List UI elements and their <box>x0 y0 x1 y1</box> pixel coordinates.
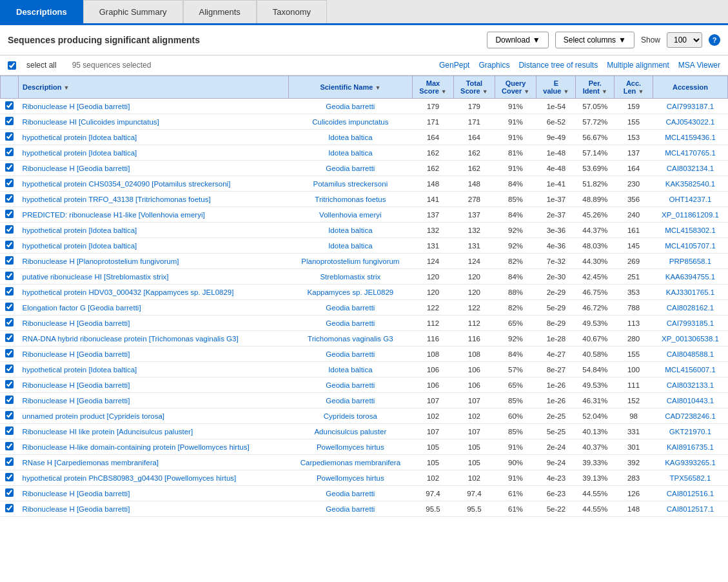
scientific-name-link[interactable]: Idotea baltica <box>328 242 372 250</box>
description-link[interactable]: Ribonuclease H [Planoprotostelium fungiv… <box>23 257 179 265</box>
accession-link[interactable]: GKT21970.1 <box>669 428 711 436</box>
row-checkbox[interactable] <box>5 488 14 497</box>
row-checkbox[interactable] <box>5 256 14 265</box>
row-checkbox[interactable] <box>5 380 14 388</box>
row-checkbox[interactable] <box>5 210 14 218</box>
scientific-name-link[interactable]: Geodia barretti <box>326 165 375 172</box>
scientific-name-col-header[interactable]: Scientific Name ▼ <box>288 76 412 99</box>
help-icon[interactable]: ? <box>709 34 720 46</box>
scientific-name-link[interactable]: Powellomyces hirtus <box>317 474 384 482</box>
description-link[interactable]: Ribonuclease HI like protein [Aduncisulc… <box>23 428 193 436</box>
description-link[interactable]: hypothetical protein TRFO_43138 [Tritric… <box>23 196 211 203</box>
row-checkbox[interactable] <box>5 117 14 125</box>
row-checkbox[interactable] <box>5 303 14 311</box>
graphics-link[interactable]: Graphics <box>478 61 509 70</box>
scientific-name-link[interactable]: Geodia barretti <box>326 319 375 327</box>
row-checkbox[interactable] <box>5 457 14 466</box>
scientific-name-link[interactable]: Geodia barretti <box>326 505 375 513</box>
description-link[interactable]: hypothetical protein PhCBS80983_g04430 [… <box>23 474 237 482</box>
description-link[interactable]: Ribonuclease H [Geodia barretti] <box>23 319 130 327</box>
genpept-link[interactable]: GenPept <box>439 61 469 70</box>
tab-graphic-summary[interactable]: Graphic Summary <box>83 0 183 23</box>
description-link[interactable]: hypothetical protein [Idotea baltica] <box>23 149 137 157</box>
description-col-header[interactable]: Description ▼ <box>19 76 289 99</box>
accession-link[interactable]: CAI8032134.1 <box>667 165 714 172</box>
description-link[interactable]: Ribonuclease H [Geodia barretti] <box>23 103 130 110</box>
total-score-col-header[interactable]: TotalScore ▼ <box>453 76 495 99</box>
scientific-name-link[interactable]: Idotea baltica <box>328 226 372 234</box>
multiple-alignment-link[interactable]: Multiple alignment <box>607 61 669 70</box>
accession-link[interactable]: KAJ3301765.1 <box>666 288 714 296</box>
tab-alignments[interactable]: Alignments <box>183 0 257 23</box>
accession-link[interactable]: OHT14237.1 <box>669 196 712 203</box>
row-checkbox[interactable] <box>5 349 14 357</box>
accession-link[interactable]: KAA6394755.1 <box>665 273 715 281</box>
scientific-name-link[interactable]: Vollenhovia emeryi <box>319 211 382 219</box>
scientific-name-link[interactable]: Trichomonas vaginalis G3 <box>308 335 393 343</box>
accession-link[interactable]: CAD7238246.1 <box>665 412 716 420</box>
row-checkbox[interactable] <box>5 334 14 342</box>
row-checkbox[interactable] <box>5 132 14 141</box>
select-all-checkbox[interactable] <box>8 61 16 70</box>
select-columns-button[interactable]: Select columns ▼ <box>555 32 635 48</box>
msa-viewer-link[interactable]: MSA Viewer <box>678 61 720 70</box>
row-checkbox[interactable] <box>5 241 14 249</box>
row-checkbox[interactable] <box>5 101 14 110</box>
scientific-name-link[interactable]: Powellomyces hirtus <box>317 443 384 451</box>
scientific-name-link[interactable]: Geodia barretti <box>326 490 375 497</box>
accession-link[interactable]: KAK3582540.1 <box>665 180 715 188</box>
row-checkbox[interactable] <box>5 163 14 172</box>
scientific-name-link[interactable]: Geodia barretti <box>326 103 375 110</box>
description-link[interactable]: hypothetical protein HDV03_000432 [Kappa… <box>23 288 234 296</box>
scientific-name-link[interactable]: Kappamyces sp. JEL0829 <box>308 288 394 296</box>
accession-link[interactable]: CAJ0543022.1 <box>665 118 714 126</box>
accession-link[interactable]: KAI8916735.1 <box>667 443 714 451</box>
row-checkbox[interactable] <box>5 396 14 404</box>
row-checkbox[interactable] <box>5 148 14 156</box>
description-link[interactable]: unnamed protein product [Cyprideis toros… <box>23 412 165 420</box>
row-checkbox[interactable] <box>5 365 14 373</box>
row-checkbox[interactable] <box>5 287 14 296</box>
scientific-name-link[interactable]: Idotea baltica <box>328 366 372 374</box>
scientific-name-link[interactable]: Geodia barretti <box>326 304 375 312</box>
e-value-col-header[interactable]: Evalue ▼ <box>536 76 576 99</box>
description-link[interactable]: Ribonuclease H [Geodia barretti] <box>23 505 130 513</box>
scientific-name-link[interactable]: Geodia barretti <box>326 381 375 389</box>
description-link[interactable]: Ribonuclease H [Geodia barretti] <box>23 381 130 389</box>
show-select[interactable]: 100 50 20 <box>667 32 702 48</box>
accession-link[interactable]: PRP85658.1 <box>669 257 711 265</box>
scientific-name-link[interactable]: Planoprotostelium fungivorum <box>301 257 399 265</box>
row-checkbox[interactable] <box>5 225 14 234</box>
acc-len-col-header[interactable]: Acc.Len ▼ <box>615 76 653 99</box>
row-checkbox[interactable] <box>5 473 14 481</box>
accession-link[interactable]: CAI8048588.1 <box>667 350 714 358</box>
accession-link[interactable]: KAG9393265.1 <box>665 459 716 467</box>
description-link[interactable]: putative ribonuclease HI [Streblomastix … <box>23 273 169 281</box>
accession-link[interactable]: MCL4105707.1 <box>665 242 716 250</box>
tab-taxonomy[interactable]: Taxonomy <box>257 0 327 23</box>
accession-link[interactable]: CAI7993187.1 <box>667 103 714 110</box>
scientific-name-link[interactable]: Culicoides impunctatus <box>312 118 388 126</box>
row-checkbox[interactable] <box>5 411 14 419</box>
scientific-name-link[interactable]: Potamilus streckersoni <box>313 180 388 188</box>
scientific-name-link[interactable]: Tritrichomonas foetus <box>315 196 386 203</box>
accession-link[interactable]: MCL4170765.1 <box>665 149 716 157</box>
row-checkbox[interactable] <box>5 442 14 450</box>
query-cover-col-header[interactable]: QueryCover ▼ <box>495 76 536 99</box>
scientific-name-link[interactable]: Carpediemonas membranifera <box>300 459 400 467</box>
row-checkbox[interactable] <box>5 504 14 512</box>
row-checkbox[interactable] <box>5 194 14 203</box>
description-link[interactable]: hypothetical protein [Idotea baltica] <box>23 134 137 141</box>
accession-link[interactable]: CAI8032133.1 <box>667 381 714 389</box>
scientific-name-link[interactable]: Geodia barretti <box>326 397 375 405</box>
description-link[interactable]: Ribonuclease H [Geodia barretti] <box>23 490 130 497</box>
description-link[interactable]: Ribonuclease H [Geodia barretti] <box>23 397 130 405</box>
per-ident-col-header[interactable]: Per.Ident ▼ <box>576 76 615 99</box>
row-checkbox[interactable] <box>5 272 14 280</box>
scientific-name-link[interactable]: Geodia barretti <box>326 350 375 358</box>
scientific-name-link[interactable]: Streblomastix strix <box>320 273 380 281</box>
accession-link[interactable]: XP_001306538.1 <box>662 335 719 343</box>
accession-link[interactable]: CAI8010443.1 <box>667 397 714 405</box>
description-link[interactable]: Ribonuclease HI [Culicoides impunctatus] <box>23 118 159 126</box>
accession-link[interactable]: CAI8012516.1 <box>667 490 714 497</box>
